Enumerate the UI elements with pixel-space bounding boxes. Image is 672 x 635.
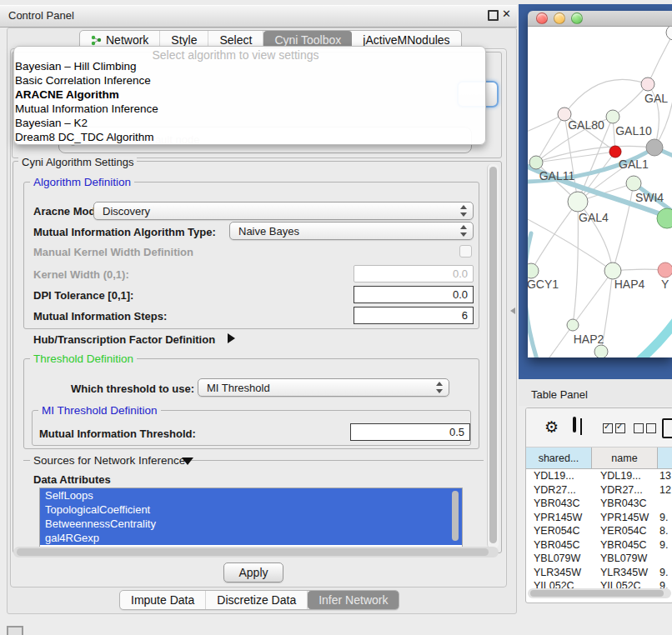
mi-steps-field[interactable]: 6 [354,307,474,324]
network-node-gcy1[interactable] [528,263,539,278]
apply-button[interactable]: Apply [223,562,283,582]
list-vertical-scrollbar[interactable] [452,491,459,541]
mi-threshold-field[interactable]: 0.5 [350,423,470,441]
table-panel-box: ⚙ shared... name YDL19...YDL19...13 YDR2… [525,408,672,603]
node-label-hap2: HAP2 [574,332,604,346]
mi-algorithm-type-combobox[interactable]: Naive Bayes [229,222,474,240]
combo-arrows-icon [459,205,467,217]
panel-splitter-arrow-icon[interactable] [510,308,515,314]
combo-arrows-icon [459,225,467,237]
node-label-y: Y [661,278,669,291]
algorithm-option-basic-correlation[interactable]: Basic Correlation Inference [15,74,457,88]
control-panel-title: Control Panel [8,9,74,22]
zoom-traffic-light-icon[interactable] [571,12,583,24]
network-window-titlebar[interactable] [528,11,672,27]
network-node-gal10[interactable] [606,110,619,123]
table-row[interactable]: YDR27...YDR27...12 [526,484,672,498]
algorithm-option-bayesian-k2[interactable]: Bayesian – K2 [15,117,457,131]
tab-discretize-data[interactable]: Discretize Data [206,591,308,609]
network-node-gray[interactable] [646,139,663,156]
tab-impute-data[interactable]: Impute Data [120,591,206,609]
table-header-row: shared... name [526,448,672,469]
table-row[interactable]: YBL079WYBL079W [526,552,672,567]
mi-threshold-definition-title: MI Threshold Definition [38,404,161,417]
column-header-shared-name[interactable]: shared... [526,448,592,469]
dpi-tolerance-field[interactable]: 0.0 [354,286,474,303]
node-label: GAL [644,92,668,105]
cyni-algorithm-settings-title: Cyni Algorithm Settings [18,156,137,168]
network-node-hap2[interactable] [567,319,579,331]
table-row[interactable]: YIL052CYIL052C9. [526,580,672,588]
algorithm-option-aracne[interactable]: ARACNE Algorithm [15,88,457,102]
network-node-gal4[interactable] [568,192,588,212]
gear-icon[interactable]: ⚙ [544,418,559,437]
document-icon[interactable] [662,418,672,438]
select-all-checkboxes-icon[interactable] [603,423,628,436]
which-threshold-label: Which threshold to use: [71,382,194,395]
minimize-traffic-light-icon[interactable] [554,12,565,24]
which-threshold-combobox[interactable]: MI Threshold [198,378,449,397]
list-item-topologicalcoefficient[interactable]: TopologicalCoefficient [40,502,462,517]
threshold-definition-title: Threshold Definition [30,352,137,365]
data-attributes-list[interactable]: SelfLoops TopologicalCoefficient Between… [39,488,463,548]
column-header-partial[interactable] [658,448,672,469]
table-horizontal-scrollbar[interactable] [528,588,671,598]
table-row[interactable]: YBR043CYBR043C [526,498,672,512]
aracne-mode-combobox[interactable]: Discovery [93,202,474,220]
table-row[interactable]: YLR345WYLR345W9. [526,567,672,581]
close-panel-icon[interactable]: ✕ [502,8,511,20]
list-item-selfloops[interactable]: SelfLoops [40,488,462,502]
data-attributes-label: Data Attributes [33,473,111,486]
algorithm-definition-title: Algorithm Definition [30,176,134,188]
sources-title: Sources for Network Inference [30,454,188,467]
network-node-labels: GAL GAL80 GAL10 GAL1 GAL11 SWI4 GAL4 GCY… [528,92,669,346]
bottom-tabbar: Impute Data Discretize Data Infer Networ… [119,590,399,610]
list-item-betweennesscentrality[interactable]: BetweennessCentrality [40,517,462,531]
close-traffic-light-icon[interactable] [536,12,548,24]
table-panel-title: Table Panel [531,388,588,401]
network-node-gal11[interactable] [529,156,543,169]
collapse-arrow-icon[interactable] [182,458,193,465]
node-label-gal4: GAL4 [579,211,609,224]
settings-vertical-scrollbar[interactable] [487,164,499,548]
network-node-red[interactable] [609,146,621,158]
mi-algorithm-type-label: Mutual Information Algorithm Type: [33,226,216,238]
table-row[interactable]: YDL19...YDL19...13 [526,470,672,484]
kernel-width-field[interactable]: 0.0 [354,265,474,282]
table-toolbar: ⚙ [526,408,672,448]
floating-panel-icon[interactable] [7,626,23,635]
network-node-hap4[interactable] [604,262,621,279]
network-node-gal1[interactable] [626,176,641,191]
manual-kernel-width-checkbox[interactable] [459,245,472,258]
algorithm-option-bayesian-hill-climbing[interactable]: Bayesian – Hill Climbing [15,60,457,74]
network-canvas[interactable]: GAL GAL80 GAL10 GAL1 GAL11 SWI4 GAL4 GCY… [528,27,672,358]
dpi-tolerance-label: DPI Tolerance [0,1]: [33,289,133,302]
node-label-gal1: GAL1 [619,158,649,171]
expand-arrow-icon[interactable] [228,333,235,343]
algorithm-option-mutual-information[interactable]: Mutual Information Inference [15,102,457,117]
network-node[interactable] [666,27,672,40]
node-label-gal10: GAL10 [615,124,652,138]
node-label-gal80: GAL80 [568,118,604,132]
network-node-pink[interactable] [658,262,672,278]
table-row[interactable]: YPR145WYPR145W9. [526,512,672,526]
node-label-gcy1: GCY1 [528,278,559,291]
float-panel-icon[interactable] [488,10,499,21]
columns-icon[interactable] [573,417,576,432]
algorithm-option-dream8[interactable]: Dream8 DC_TDC Algorithm [15,131,457,145]
column-header-name[interactable]: name [592,448,658,469]
mi-steps-label: Mutual Information Steps: [33,310,167,322]
table-row[interactable]: YBR045CYBR045C9. [526,539,672,553]
node-label-hap4: HAP4 [614,278,645,291]
network-node[interactable] [594,345,608,358]
deselect-all-checkboxes-icon[interactable] [634,423,659,436]
list-item-gal4rgexp[interactable]: gal4RGexp [40,531,462,545]
combo-arrows-icon [435,382,443,393]
manual-kernel-width-label: Manual Kernel Width Definition [33,246,193,258]
settings-horizontal-scrollbar[interactable] [13,547,499,558]
network-node[interactable] [641,78,654,91]
tab-infer-network[interactable]: Infer Network [308,591,399,609]
table-row[interactable]: YER054CYER054C8. [526,525,672,539]
table-body: YDL19...YDL19...13 YDR27...YDR27...12 YB… [526,470,672,588]
node-label-swi4: SWI4 [635,191,664,204]
